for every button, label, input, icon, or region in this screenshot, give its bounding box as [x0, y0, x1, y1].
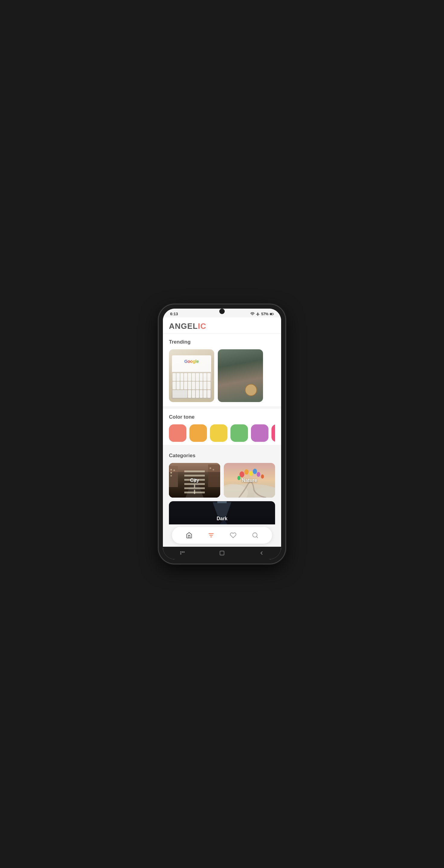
wifi-icon: [250, 312, 255, 316]
color-swatch-orange[interactable]: [189, 424, 207, 442]
categories-section: Categories: [163, 447, 281, 524]
category-dark[interactable]: Dark: [169, 501, 275, 524]
filter-icon: [208, 532, 214, 538]
battery-icon: [270, 312, 274, 316]
svg-rect-62: [180, 553, 182, 555]
categories-title: Categories: [169, 453, 275, 459]
recent-apps-button[interactable]: [180, 550, 185, 556]
color-swatch-pink[interactable]: [271, 424, 275, 442]
search-icon: [252, 532, 259, 538]
home-icon: [186, 532, 193, 538]
svg-rect-13: [194, 485, 195, 488]
svg-rect-15: [169, 463, 220, 472]
svg-point-26: [261, 474, 264, 478]
status-icons: 57%: [250, 312, 274, 316]
android-nav: [163, 547, 281, 559]
svg-rect-29: [217, 501, 227, 503]
home-button[interactable]: [219, 550, 225, 556]
city-label: City: [190, 478, 199, 483]
scroll-content[interactable]: ANGELIC Trending: [163, 317, 281, 524]
trending-title: Trending: [169, 339, 275, 345]
svg-point-20: [239, 471, 244, 477]
nature-label: Nature: [242, 478, 257, 483]
svg-rect-6: [171, 475, 172, 476]
airplane-icon: [256, 312, 260, 316]
logo-angel-text: ANGEL: [169, 321, 198, 331]
color-tone-title: Color tone: [169, 414, 275, 420]
logo-ic-text: IC: [198, 321, 206, 331]
svg-point-22: [249, 471, 253, 476]
camera-notch: [219, 309, 225, 314]
nav-favorites[interactable]: [227, 530, 239, 541]
svg-point-25: [237, 476, 240, 480]
svg-rect-5: [171, 472, 172, 473]
home-nav-icon: [219, 550, 225, 556]
color-swatch-green[interactable]: [231, 424, 248, 442]
color-swatch-yellow[interactable]: [210, 424, 228, 442]
trending-scroll[interactable]: [169, 349, 275, 403]
svg-point-23: [253, 469, 257, 474]
color-tone-section: Color tone: [163, 409, 281, 445]
app-logo: ANGELIC: [169, 321, 275, 331]
recent-icon: [180, 550, 185, 556]
svg-rect-14: [194, 490, 195, 494]
nav-search[interactable]: [249, 530, 261, 541]
svg-rect-1: [270, 313, 272, 315]
svg-line-58: [256, 536, 258, 538]
phone-screen: 6:13 57%: [163, 309, 281, 559]
svg-rect-59: [180, 552, 182, 553]
nav-pill: [172, 527, 272, 544]
back-button[interactable]: [259, 550, 264, 556]
trending-item-spinner[interactable]: [267, 349, 275, 402]
dark-label: Dark: [216, 516, 228, 521]
back-icon: [259, 550, 264, 556]
heart-icon: [230, 532, 236, 538]
color-swatch-red[interactable]: [169, 424, 186, 442]
city-bg: City: [169, 463, 220, 498]
dark-bg: Dark: [169, 501, 275, 524]
nature-bg: Nature: [224, 463, 275, 498]
svg-point-24: [257, 472, 260, 477]
svg-point-21: [244, 469, 248, 475]
svg-rect-61: [183, 552, 185, 553]
nav-filter[interactable]: [205, 530, 217, 541]
status-time: 6:13: [170, 312, 178, 316]
svg-rect-60: [182, 552, 183, 553]
trending-item-keyboard[interactable]: [169, 349, 214, 402]
nav-home[interactable]: [183, 530, 195, 541]
color-swatches-container[interactable]: [169, 424, 275, 442]
category-nature[interactable]: Nature: [224, 463, 275, 498]
trending-item-suit[interactable]: [218, 349, 263, 402]
app-header: ANGELIC: [163, 317, 281, 334]
phone-frame: 6:13 57%: [159, 304, 285, 564]
battery-text: 57%: [261, 312, 268, 316]
color-swatch-purple[interactable]: [251, 424, 268, 442]
bottom-nav: [163, 524, 281, 547]
trending-section: Trending: [163, 334, 281, 406]
category-city[interactable]: City: [169, 463, 220, 498]
keyboard-visual: [171, 372, 212, 399]
svg-rect-63: [220, 551, 224, 555]
